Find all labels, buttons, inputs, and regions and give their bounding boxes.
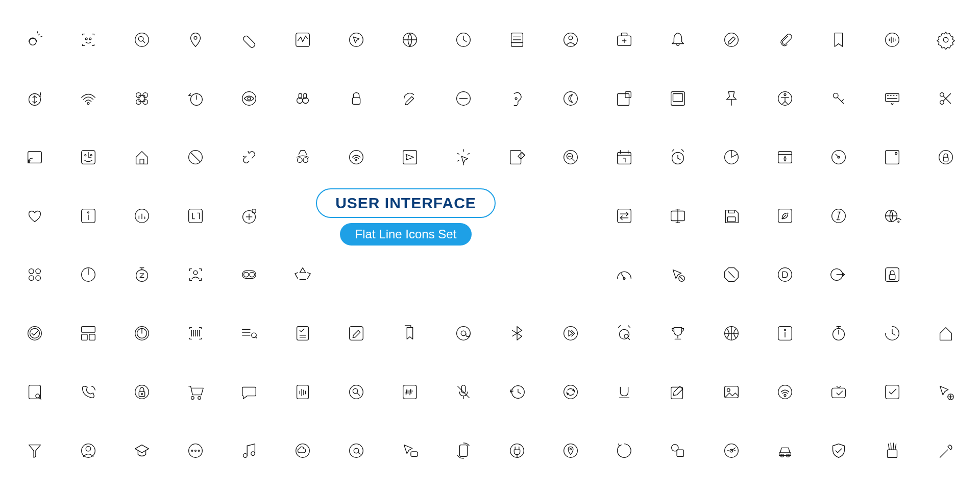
svg-line-247 [410, 389, 411, 395]
svg-rect-95 [403, 150, 416, 164]
svg-point-163 [35, 268, 40, 274]
bell-icon [667, 29, 689, 51]
svg-point-46 [248, 97, 251, 100]
svg-line-69 [841, 99, 843, 101]
clock-segment-icon [881, 322, 903, 345]
svg-point-209 [564, 326, 577, 340]
svg-line-228 [892, 333, 895, 335]
lock-circle-icon [935, 146, 957, 168]
shield-check-icon [827, 439, 850, 462]
binoculars-icon [291, 87, 314, 110]
dashboard-icon [77, 322, 100, 345]
underline-icon [613, 381, 635, 403]
svg-point-286 [564, 444, 577, 457]
more-circle-icon [184, 439, 207, 462]
svg-rect-289 [677, 450, 683, 456]
svg-point-269 [86, 446, 91, 451]
command-icon [131, 87, 153, 110]
svg-line-87 [191, 153, 200, 161]
moon-circle-icon [559, 87, 582, 110]
svg-line-16 [463, 40, 467, 42]
svg-line-244 [357, 393, 359, 395]
svg-line-88 [248, 151, 249, 153]
compose-icon [667, 381, 689, 403]
svg-point-207 [456, 326, 470, 340]
keyboard-icon [881, 87, 903, 110]
svg-rect-144 [617, 209, 631, 223]
gauge-alt-icon [720, 439, 743, 462]
svg-point-268 [81, 444, 95, 457]
svg-point-36 [40, 95, 40, 96]
svg-rect-263 [831, 388, 845, 398]
svg-rect-10 [296, 33, 309, 46]
svg-rect-283 [459, 445, 467, 456]
activity-icon [291, 29, 314, 51]
svg-rect-151 [727, 216, 735, 222]
svg-line-158 [838, 212, 840, 219]
geo-circle-icon [559, 439, 582, 462]
exit-right-icon [827, 263, 850, 286]
clock-icon [452, 29, 475, 51]
svg-point-273 [198, 450, 200, 451]
svg-point-262 [784, 394, 786, 396]
title-badge: USER INTERFACE Flat Line Icons Set [288, 181, 523, 253]
svg-point-67 [833, 93, 838, 98]
svg-line-65 [782, 101, 785, 104]
svg-point-270 [188, 444, 202, 457]
svg-line-8 [142, 40, 144, 42]
cursor-denied-icon [667, 263, 689, 286]
svg-rect-237 [297, 385, 308, 399]
svg-rect-80 [28, 151, 41, 163]
wifi-icon [77, 87, 100, 110]
svg-line-106 [572, 158, 574, 161]
svg-rect-127 [943, 157, 948, 161]
svg-point-91 [303, 157, 308, 162]
svg-point-129 [87, 211, 89, 213]
svg-rect-38 [136, 92, 141, 97]
lock-bold-circle-icon [131, 381, 153, 403]
svg-point-161 [897, 220, 899, 222]
loading-circle-icon [613, 439, 635, 462]
recycle-icon [291, 263, 314, 286]
home-outline-icon [935, 322, 957, 345]
svg-line-214 [627, 337, 629, 339]
svg-rect-187 [81, 326, 95, 332]
svg-point-27 [724, 33, 738, 46]
svg-line-298 [888, 444, 889, 449]
at-sign-alt-icon [345, 439, 368, 462]
key-icon [827, 87, 850, 110]
edit-square-icon [345, 322, 368, 345]
svg-line-246 [406, 389, 407, 395]
shapes-icon [667, 439, 689, 462]
svg-rect-152 [728, 210, 734, 213]
bookmark-icon [827, 29, 850, 51]
svg-point-174 [249, 272, 254, 277]
swap-box-icon [613, 205, 635, 227]
hashtag-box-icon [399, 381, 421, 403]
ear-icon [506, 87, 528, 110]
calendar-1-icon [613, 146, 635, 168]
lock-square-icon [881, 263, 903, 286]
svg-point-81 [28, 161, 30, 163]
svg-line-66 [785, 101, 788, 104]
svg-point-280 [349, 444, 363, 457]
globe-wifi-icon [881, 205, 903, 227]
svg-rect-229 [29, 385, 40, 399]
svg-rect-70 [885, 93, 899, 101]
list-search-icon [238, 322, 260, 345]
leaf-square-icon [774, 205, 796, 227]
svg-line-1 [38, 34, 39, 35]
svg-line-89 [243, 156, 245, 157]
cursor-chat-icon [399, 439, 421, 462]
svg-rect-233 [139, 391, 144, 397]
svg-point-7 [138, 36, 143, 41]
svg-rect-297 [887, 450, 897, 457]
svg-point-162 [29, 268, 34, 274]
svg-point-22 [569, 36, 573, 40]
svg-point-165 [35, 275, 40, 280]
power-icon [77, 263, 100, 286]
svg-point-103 [564, 150, 577, 164]
timer-icon [827, 322, 850, 345]
edit-circle-icon [720, 29, 743, 51]
svg-rect-172 [242, 271, 256, 278]
